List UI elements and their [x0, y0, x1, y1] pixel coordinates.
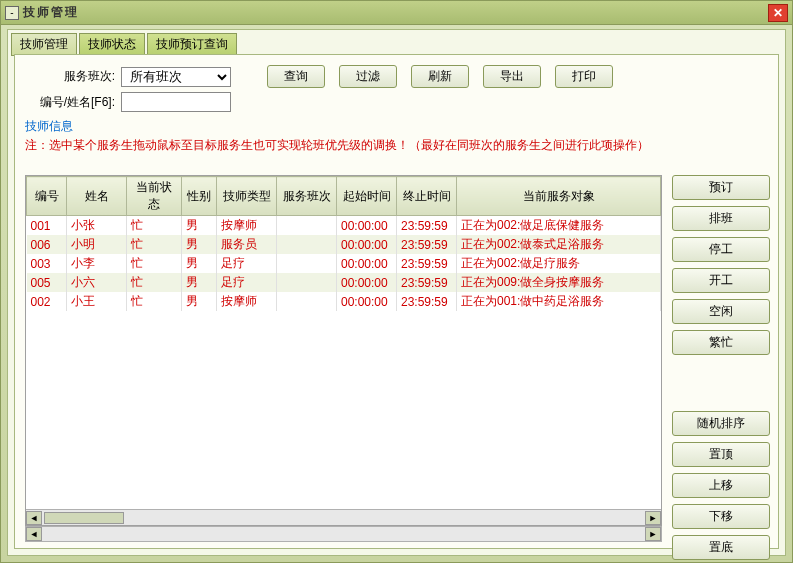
tab-technician-manage[interactable]: 技师管理	[11, 33, 77, 56]
titlebar: - 技师管理 ✕	[1, 1, 792, 25]
col-start[interactable]: 起始时间	[337, 177, 397, 216]
search-input[interactable]	[121, 92, 231, 112]
cell-target: 正在为002:做足底保健服务	[457, 216, 661, 236]
window-body: 技师管理 技师状态 技师预订查询 服务班次: 所有班次 查询 过滤 刷新 导出 …	[7, 29, 786, 556]
col-type[interactable]: 技师类型	[217, 177, 277, 216]
tab-technician-status[interactable]: 技师状态	[79, 33, 145, 56]
scroll-left-icon[interactable]: ◄	[26, 511, 42, 525]
content-panel: 服务班次: 所有班次 查询 过滤 刷新 导出 打印 编号/姓名[F6]:	[14, 54, 779, 549]
note-text: 注：选中某个服务生拖动鼠标至目标服务生也可实现轮班优先级的调换！（最好在同班次的…	[25, 137, 768, 154]
cell-start: 00:00:00	[337, 216, 397, 236]
col-gender[interactable]: 性别	[182, 177, 217, 216]
busy-button[interactable]: 繁忙	[672, 330, 770, 355]
cell-status: 忙	[127, 292, 182, 311]
cell-type: 按摩师	[217, 216, 277, 236]
cell-type: 足疗	[217, 254, 277, 273]
col-end[interactable]: 终止时间	[397, 177, 457, 216]
cell-start: 00:00:00	[337, 235, 397, 254]
col-shift[interactable]: 服务班次	[277, 177, 337, 216]
schedule-button[interactable]: 排班	[672, 206, 770, 231]
table-row[interactable]: 001小张忙男按摩师00:00:0023:59:59正在为002:做足底保健服务	[27, 216, 661, 236]
cell-status: 忙	[127, 254, 182, 273]
table-row[interactable]: 005小六忙男足疗00:00:0023:59:59正在为009:做全身按摩服务	[27, 273, 661, 292]
idle-button[interactable]: 空闲	[672, 299, 770, 324]
cell-status: 忙	[127, 216, 182, 236]
cell-name: 小张	[67, 216, 127, 236]
shift-select[interactable]: 所有班次	[121, 67, 231, 87]
bottom-scrollbar[interactable]: ◄ ►	[25, 526, 662, 542]
horizontal-scrollbar[interactable]: ◄ ►	[26, 509, 661, 525]
move-down-button[interactable]: 下移	[672, 504, 770, 529]
cell-target: 正在为002:做泰式足浴服务	[457, 235, 661, 254]
cell-status: 忙	[127, 273, 182, 292]
col-target[interactable]: 当前服务对象	[457, 177, 661, 216]
random-sort-button[interactable]: 随机排序	[672, 411, 770, 436]
table-row[interactable]: 006小明忙男服务员00:00:0023:59:59正在为002:做泰式足浴服务	[27, 235, 661, 254]
cell-shift	[277, 216, 337, 236]
cell-end: 23:59:59	[397, 292, 457, 311]
cell-name: 小王	[67, 292, 127, 311]
cell-shift	[277, 292, 337, 311]
move-top-button[interactable]: 置顶	[672, 442, 770, 467]
cell-shift	[277, 273, 337, 292]
table-header-row: 编号 姓名 当前状态 性别 技师类型 服务班次 起始时间 终止时间 当前服务对象	[27, 177, 661, 216]
table-row[interactable]: 002小王忙男按摩师00:00:0023:59:59正在为001:做中药足浴服务	[27, 292, 661, 311]
export-button[interactable]: 导出	[483, 65, 541, 88]
cell-end: 23:59:59	[397, 216, 457, 236]
stop-button[interactable]: 停工	[672, 237, 770, 262]
start-button[interactable]: 开工	[672, 268, 770, 293]
cell-gender: 男	[182, 216, 217, 236]
col-id[interactable]: 编号	[27, 177, 67, 216]
cell-name: 小李	[67, 254, 127, 273]
technician-table: 编号 姓名 当前状态 性别 技师类型 服务班次 起始时间 终止时间 当前服务对象…	[25, 175, 662, 526]
minimize-icon[interactable]: -	[5, 6, 19, 20]
move-bottom-button[interactable]: 置底	[672, 535, 770, 560]
cell-gender: 男	[182, 273, 217, 292]
refresh-button[interactable]: 刷新	[411, 65, 469, 88]
cell-id: 001	[27, 216, 67, 236]
scroll-thumb[interactable]	[44, 512, 124, 524]
cell-gender: 男	[182, 235, 217, 254]
cell-status: 忙	[127, 235, 182, 254]
query-button[interactable]: 查询	[267, 65, 325, 88]
close-button[interactable]: ✕	[768, 4, 788, 22]
scroll-right-icon[interactable]: ►	[645, 511, 661, 525]
print-button[interactable]: 打印	[555, 65, 613, 88]
cell-target: 正在为002:做足疗服务	[457, 254, 661, 273]
cell-shift	[277, 235, 337, 254]
info-label: 技师信息	[25, 118, 768, 135]
tab-reservation-query[interactable]: 技师预订查询	[147, 33, 237, 56]
cell-name: 小六	[67, 273, 127, 292]
cell-gender: 男	[182, 254, 217, 273]
move-up-button[interactable]: 上移	[672, 473, 770, 498]
cell-name: 小明	[67, 235, 127, 254]
table-row[interactable]: 003小李忙男足疗00:00:0023:59:59正在为002:做足疗服务	[27, 254, 661, 273]
cell-type: 足疗	[217, 273, 277, 292]
cell-end: 23:59:59	[397, 273, 457, 292]
scroll-left-icon[interactable]: ◄	[26, 527, 42, 541]
toolbar: 查询 过滤 刷新 导出 打印	[267, 65, 613, 88]
cell-end: 23:59:59	[397, 254, 457, 273]
window-title: 技师管理	[23, 4, 768, 21]
shift-label: 服务班次:	[25, 68, 115, 85]
tab-bar: 技师管理 技师状态 技师预订查询	[8, 30, 785, 56]
cell-id: 002	[27, 292, 67, 311]
cell-start: 00:00:00	[337, 273, 397, 292]
filter-button[interactable]: 过滤	[339, 65, 397, 88]
cell-shift	[277, 254, 337, 273]
cell-gender: 男	[182, 292, 217, 311]
cell-type: 按摩师	[217, 292, 277, 311]
filter-fields: 服务班次: 所有班次 查询 过滤 刷新 导出 打印 编号/姓名[F6]:	[25, 65, 768, 112]
side-buttons: 预订 排班 停工 开工 空闲 繁忙 随机排序 置顶 上移 下移 置底	[672, 175, 770, 538]
cell-id: 006	[27, 235, 67, 254]
reserve-button[interactable]: 预订	[672, 175, 770, 200]
col-name[interactable]: 姓名	[67, 177, 127, 216]
search-label: 编号/姓名[F6]:	[25, 94, 115, 111]
cell-id: 005	[27, 273, 67, 292]
cell-target: 正在为001:做中药足浴服务	[457, 292, 661, 311]
main-window: - 技师管理 ✕ 技师管理 技师状态 技师预订查询 服务班次: 所有班次 查询 …	[0, 0, 793, 563]
scroll-right-icon[interactable]: ►	[645, 527, 661, 541]
cell-start: 00:00:00	[337, 292, 397, 311]
cell-start: 00:00:00	[337, 254, 397, 273]
col-status[interactable]: 当前状态	[127, 177, 182, 216]
